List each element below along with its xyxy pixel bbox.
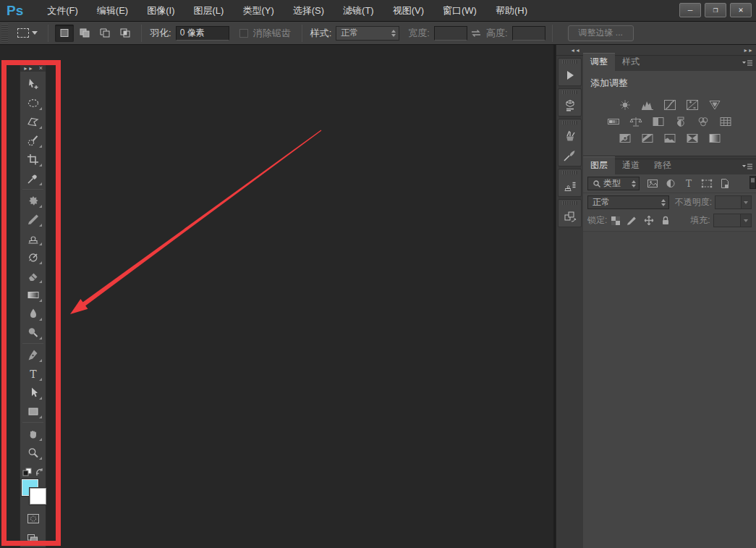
panel-grip[interactable]	[562, 60, 577, 64]
menu-item-file[interactable]: 文件(F)	[38, 0, 88, 22]
lock-position-button[interactable]	[643, 215, 655, 227]
screen-mode-button[interactable]	[23, 530, 43, 547]
clone-source-panel-button[interactable]	[558, 176, 581, 195]
expand-panels-icon[interactable]: ►►	[743, 48, 753, 53]
swap-dimensions-icon[interactable]	[470, 28, 482, 38]
brush-presets-panel-button[interactable]	[558, 146, 581, 165]
hue-saturation-adjustment-button[interactable]	[606, 115, 621, 127]
panel-menu-icon[interactable]	[741, 162, 754, 172]
brightness-contrast-adjustment-button[interactable]	[617, 98, 633, 111]
selective-color-adjustment-button[interactable]	[707, 132, 723, 144]
quick-selection-tool[interactable]	[23, 131, 43, 150]
close-button[interactable]: ✕	[730, 3, 752, 17]
style-dropdown[interactable]: 正常	[336, 26, 399, 41]
panel-menu-icon[interactable]	[741, 59, 754, 68]
channel-mixer-adjustment-button[interactable]	[695, 115, 711, 127]
menu-item-edit[interactable]: 编辑(E)	[88, 0, 137, 22]
path-selection-tool[interactable]	[23, 383, 43, 402]
fill-field[interactable]	[713, 214, 742, 227]
spot-healing-brush-tool[interactable]	[23, 191, 43, 210]
subtract-from-selection-button[interactable]	[95, 25, 114, 42]
properties-panel-button[interactable]	[558, 96, 581, 115]
dodge-tool[interactable]	[23, 323, 43, 342]
antialias-checkbox[interactable]	[239, 29, 248, 38]
smart-object-filter-button[interactable]	[718, 177, 732, 190]
feather-input[interactable]	[176, 26, 229, 41]
clone-stamp-tool[interactable]	[23, 229, 43, 248]
brush-tool[interactable]	[23, 210, 43, 229]
quick-mask-button[interactable]	[23, 510, 43, 527]
eyedropper-tool[interactable]	[23, 169, 43, 187]
pen-tool[interactable]	[23, 345, 43, 364]
new-selection-button[interactable]	[55, 25, 74, 42]
crop-tool[interactable]	[23, 150, 43, 169]
width-input[interactable]	[434, 26, 467, 41]
opacity-field[interactable]	[715, 195, 742, 209]
tab-adjustments-1[interactable]: 样式	[615, 54, 647, 71]
history-brush-tool[interactable]	[23, 248, 43, 266]
menu-item-filter[interactable]: 滤镜(T)	[334, 0, 383, 22]
menu-item-layer[interactable]: 图层(L)	[184, 0, 233, 22]
blur-tool[interactable]	[23, 304, 43, 323]
invert-adjustment-button[interactable]	[617, 132, 633, 144]
options-bar-grip[interactable]	[1, 24, 8, 43]
exposure-adjustment-button[interactable]	[684, 98, 700, 111]
menu-item-image[interactable]: 图像(I)	[137, 0, 184, 22]
pixel-layer-filter-button[interactable]	[645, 177, 660, 190]
layer-comps-panel-button[interactable]	[558, 206, 581, 226]
type-tool[interactable]: T	[23, 364, 43, 383]
black-white-adjustment-button[interactable]	[650, 115, 666, 127]
tab-layers-2[interactable]: 路径	[647, 157, 679, 174]
hand-tool[interactable]	[23, 424, 43, 443]
gradient-map-adjustment-button[interactable]	[684, 132, 700, 144]
fill-dropdown-button[interactable]	[741, 214, 752, 227]
threshold-adjustment-button[interactable]	[662, 132, 678, 144]
intersect-selection-button[interactable]	[116, 25, 135, 42]
color-balance-adjustment-button[interactable]	[628, 115, 644, 127]
eraser-tool[interactable]	[23, 266, 43, 285]
lock-transparency-button[interactable]	[610, 215, 621, 227]
tab-layers-1[interactable]: 通道	[615, 157, 647, 174]
maximize-button[interactable]: ❐	[705, 3, 726, 17]
actions-panel-button[interactable]	[558, 65, 581, 85]
panel-grip[interactable]	[562, 201, 577, 205]
minimize-button[interactable]: —	[679, 3, 701, 17]
move-tool[interactable]	[23, 75, 43, 93]
panel-grip[interactable]	[562, 121, 577, 125]
tab-layers-0[interactable]: 图层	[583, 156, 615, 174]
curves-adjustment-button[interactable]	[662, 98, 678, 111]
add-to-selection-button[interactable]	[75, 25, 94, 42]
panel-grip[interactable]	[562, 90, 577, 94]
layer-filter-switch[interactable]	[749, 176, 756, 189]
collapse-panel-icon[interactable]: ►►	[23, 66, 33, 71]
filter-type-dropdown[interactable]: 类型	[587, 177, 640, 190]
swap-colors-icon[interactable]	[35, 468, 44, 476]
layer-list-empty-area[interactable]	[583, 231, 756, 548]
zoom-tool[interactable]	[23, 443, 43, 462]
shape-layer-filter-button[interactable]	[700, 177, 714, 190]
polygonal-lasso-tool[interactable]	[23, 112, 43, 131]
opacity-dropdown-button[interactable]	[742, 195, 752, 209]
panel-grip[interactable]	[562, 171, 577, 174]
refine-edge-button[interactable]: 调整边缘 ...	[568, 25, 634, 41]
posterize-adjustment-button[interactable]	[640, 132, 655, 144]
gradient-tool[interactable]	[23, 285, 43, 304]
menu-item-select[interactable]: 选择(S)	[284, 0, 334, 22]
background-color-swatch[interactable]	[30, 488, 46, 505]
rectangle-tool[interactable]	[23, 402, 43, 421]
tool-preset-picker[interactable]	[14, 25, 41, 41]
close-panel-icon[interactable]: ×	[39, 64, 43, 72]
color-lookup-adjustment-button[interactable]	[718, 115, 734, 127]
default-colors-icon[interactable]	[22, 468, 32, 477]
height-input[interactable]	[512, 26, 545, 41]
adjustment-layer-filter-button[interactable]	[663, 177, 678, 190]
menu-item-help[interactable]: 帮助(H)	[486, 0, 537, 22]
collapse-dock-icon[interactable]: ◄◄	[570, 48, 580, 53]
brush-panel-button[interactable]	[558, 126, 581, 146]
photo-filter-adjustment-button[interactable]	[673, 115, 689, 127]
lock-pixels-button[interactable]	[627, 215, 638, 227]
blend-mode-dropdown[interactable]: 正常	[587, 195, 669, 209]
elliptical-marquee-tool[interactable]	[23, 93, 43, 112]
vibrance-adjustment-button[interactable]	[707, 98, 723, 111]
tab-adjustments-0[interactable]: 调整	[583, 53, 615, 71]
